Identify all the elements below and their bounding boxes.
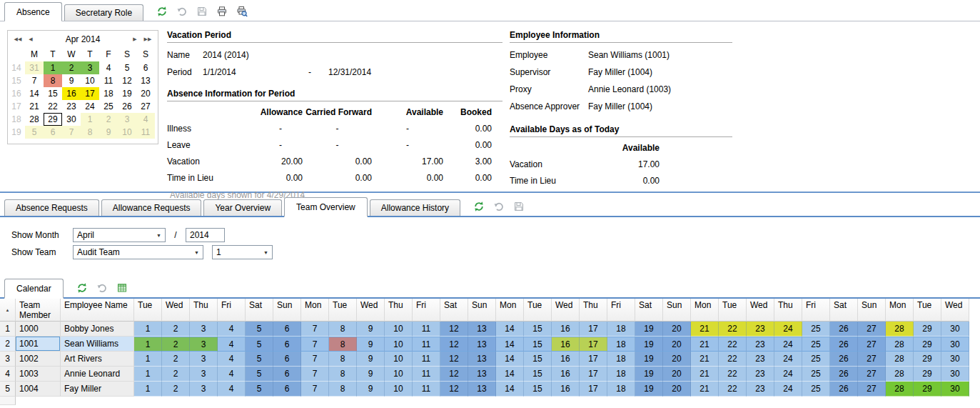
grid-day-cell[interactable]: 9 [357, 382, 385, 397]
print-preview-icon[interactable] [236, 5, 248, 18]
grid-day-cell[interactable]: 28 [886, 322, 914, 337]
grid-day-cell[interactable]: 28 [886, 367, 914, 382]
grid-day-cell[interactable]: 26 [830, 337, 858, 352]
grid-day-cell[interactable]: 6 [273, 337, 301, 352]
calendar-day-cell[interactable]: 3 [81, 61, 99, 74]
calendar-day-cell[interactable]: 28 [25, 113, 44, 126]
calendar-day-cell[interactable]: 10 [118, 126, 136, 139]
grid-day-cell[interactable]: 4 [218, 382, 246, 397]
calendar-day-cell[interactable]: 3 [118, 113, 136, 126]
grid-day-cell[interactable]: 22 [719, 337, 747, 352]
grid-day-cell[interactable]: 25 [802, 382, 830, 397]
calendar-day-cell[interactable]: 4 [136, 113, 155, 126]
calendar-day-cell[interactable]: 7 [25, 74, 44, 87]
calendar-day-cell[interactable]: 12 [118, 74, 136, 87]
grid-day-cell[interactable]: 1 [134, 337, 162, 352]
calendar-day-cell[interactable]: 1 [44, 61, 62, 74]
table-row[interactable]: 11000Bobby Jones123456789101112131415161… [0, 322, 972, 337]
grid-day-cell[interactable]: 20 [663, 367, 691, 382]
grid-day-cell[interactable]: 1 [134, 352, 162, 367]
grid-day-cell[interactable]: 7 [301, 322, 329, 337]
grid-day-cell[interactable]: 19 [635, 337, 663, 352]
grid-day-cell[interactable]: 7 [301, 367, 329, 382]
grid-day-cell[interactable]: 7 [301, 382, 329, 397]
row-team-member[interactable]: 1000 [16, 322, 61, 337]
grid-day-cell[interactable]: 8 [329, 382, 357, 397]
grid-day-cell[interactable]: 14 [496, 352, 524, 367]
grid-day-cell[interactable]: 15 [524, 337, 552, 352]
grid-day-cell[interactable]: 5 [246, 367, 273, 382]
row-team-member[interactable]: 1003 [16, 367, 61, 382]
grid-day-cell[interactable]: 10 [385, 322, 413, 337]
grid-day-cell[interactable]: 2 [162, 382, 190, 397]
grid-day-cell[interactable]: 26 [830, 352, 858, 367]
grid-day-cell[interactable]: 8 [329, 322, 357, 337]
table-row[interactable]: 31002Art Rivers1234567891011121314151617… [0, 352, 972, 367]
grid-day-cell[interactable]: 4 [218, 352, 246, 367]
calendar-day-cell[interactable]: 13 [136, 74, 155, 87]
grid-day-cell[interactable]: 13 [468, 352, 496, 367]
grid-day-cell[interactable]: 1 [134, 367, 162, 382]
grid-day-cell[interactable]: 20 [663, 382, 691, 397]
grid-day-cell[interactable]: 17 [580, 322, 607, 337]
grid-day-cell[interactable]: 9 [357, 337, 385, 352]
calendar-day-cell[interactable]: 11 [136, 126, 155, 139]
calendar-day-cell[interactable]: 31 [25, 61, 44, 74]
grid-day-cell[interactable]: 10 [385, 382, 413, 397]
grid-day-cell[interactable]: 13 [468, 367, 496, 382]
calendar-day-cell[interactable]: 20 [136, 87, 155, 100]
grid-day-cell[interactable]: 29 [914, 337, 941, 352]
grid-day-cell[interactable]: 25 [802, 322, 830, 337]
grid-day-cell[interactable]: 2 [162, 322, 190, 337]
grid-day-cell[interactable]: 17 [580, 382, 607, 397]
grid-day-cell[interactable]: 28 [886, 382, 914, 397]
calendar-day-cell[interactable]: 7 [62, 126, 81, 139]
grid-day-cell[interactable]: 24 [774, 382, 802, 397]
grid-day-cell[interactable]: 23 [747, 337, 774, 352]
grid-day-cell[interactable]: 4 [218, 337, 246, 352]
row-team-member[interactable]: 1001 [16, 337, 61, 352]
calendar-day-cell[interactable]: 6 [44, 126, 62, 139]
grid-day-cell[interactable]: 3 [190, 322, 218, 337]
grid-day-cell[interactable]: 28 [886, 337, 914, 352]
calendar-next-year-icon[interactable]: ▶▶ [141, 36, 154, 42]
grid-day-cell[interactable]: 30 [941, 337, 969, 352]
grid-day-cell[interactable]: 22 [719, 322, 747, 337]
refresh-icon[interactable] [76, 282, 89, 294]
grid-day-cell[interactable]: 28 [886, 352, 914, 367]
grid-day-cell[interactable]: 18 [607, 352, 635, 367]
month-dropdown[interactable]: April ▼ [73, 228, 166, 242]
calendar-day-cell[interactable]: 22 [44, 100, 62, 113]
grid-day-cell[interactable]: 11 [413, 382, 440, 397]
grid-day-cell[interactable]: 30 [941, 367, 969, 382]
grid-day-cell[interactable]: 27 [858, 322, 886, 337]
row-employee-name[interactable]: Bobby Jones [61, 322, 134, 337]
undo-icon[interactable] [176, 5, 188, 18]
calendar-day-cell[interactable]: 11 [99, 74, 118, 87]
grid-day-cell[interactable]: 10 [385, 337, 413, 352]
grid-day-cell[interactable]: 25 [802, 367, 830, 382]
grid-day-cell[interactable]: 26 [830, 367, 858, 382]
calendar-prev-year-icon[interactable]: ◀◀ [11, 36, 24, 42]
grid-day-cell[interactable]: 12 [440, 322, 468, 337]
grid-day-cell[interactable]: 17 [580, 337, 607, 352]
grid-day-cell[interactable]: 20 [663, 337, 691, 352]
calendar-day-cell[interactable]: 26 [118, 100, 136, 113]
grid-day-cell[interactable]: 9 [357, 322, 385, 337]
tab-allowance-requests[interactable]: Allowance Requests [101, 199, 202, 216]
grid-day-cell[interactable]: 29 [914, 382, 941, 397]
grid-day-cell[interactable]: 15 [524, 367, 552, 382]
calendar-day-cell[interactable]: 8 [44, 74, 62, 87]
grid-day-cell[interactable]: 14 [496, 322, 524, 337]
grid-day-cell[interactable]: 6 [273, 322, 301, 337]
grid-day-cell[interactable]: 13 [468, 322, 496, 337]
grid-day-cell[interactable]: 23 [747, 322, 774, 337]
grid-day-cell[interactable]: 11 [413, 337, 440, 352]
grid-day-cell[interactable]: 4 [218, 367, 246, 382]
grid-day-cell[interactable]: 23 [747, 352, 774, 367]
calendar-day-cell[interactable]: 5 [25, 126, 44, 139]
grid-day-cell[interactable]: 19 [635, 382, 663, 397]
grid-day-cell[interactable]: 12 [440, 382, 468, 397]
grid-day-cell[interactable]: 19 [635, 352, 663, 367]
grid-day-cell[interactable]: 15 [524, 322, 552, 337]
